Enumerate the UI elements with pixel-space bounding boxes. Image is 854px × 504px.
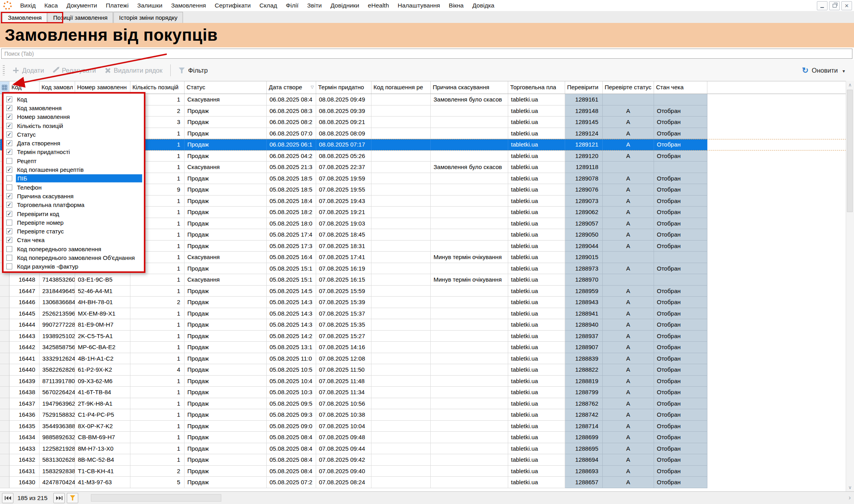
table-row[interactable]: 164367529158832C1-P4-PC-P51Продаж05.08.2…	[0, 409, 846, 421]
checkbox-unchecked-icon[interactable]	[6, 255, 12, 261]
column-chooser-item[interactable]: Код попереднього замовлення Об'єднання	[4, 253, 144, 262]
column-chooser-item[interactable]: Код погашення рецептів	[4, 165, 144, 174]
column-header-data_stvorennia[interactable]: Дата створе▽	[267, 81, 316, 94]
checkbox-checked-icon[interactable]	[6, 149, 12, 155]
table-row[interactable]: 16440358226282661-P2-9X-K24Продаж05.08.2…	[0, 364, 846, 376]
checkbox-checked-icon[interactable]	[6, 123, 12, 129]
menu-item-Налаштування[interactable]: Налаштування	[393, 2, 444, 9]
column-header-torgovelna_platforma[interactable]: Торговельна пла	[508, 81, 565, 94]
menu-item-Філії[interactable]: Філії	[281, 2, 303, 9]
column-chooser-item[interactable]: Стан чека	[4, 236, 144, 244]
checkbox-checked-icon[interactable]	[6, 167, 12, 173]
hscroll-thumb[interactable]	[91, 494, 221, 502]
menu-item-Замовлення[interactable]: Замовлення	[167, 2, 210, 9]
menu-item-Платежі[interactable]: Платежі	[102, 2, 133, 9]
table-row[interactable]: 1644613068366844H-BH-78-012Продаж05.08.2…	[0, 297, 846, 308]
table-row[interactable]: 1644133329126244B-1H-A1-C21Продаж05.08.2…	[0, 353, 846, 365]
table-row[interactable]: 16444990727722881-E9-0M-H71Продаж05.08.2…	[0, 319, 846, 331]
column-chooser-item[interactable]: Код попереднього замовлення	[4, 244, 144, 253]
checkbox-checked-icon[interactable]	[6, 211, 12, 217]
scroll-down-icon[interactable]: ∨	[846, 483, 854, 491]
minimize-button[interactable]	[817, 1, 828, 10]
table-row[interactable]: 1643535449363888X-0P-K7-K21Продаж05.08.2…	[0, 421, 846, 432]
checkbox-unchecked-icon[interactable]	[6, 263, 12, 269]
menu-item-Склад[interactable]: Склад	[255, 2, 281, 9]
checkbox-checked-icon[interactable]	[6, 228, 12, 234]
column-header-prychyna_skasuvannia[interactable]: Причина скасування	[431, 81, 508, 94]
checkbox-checked-icon[interactable]	[6, 132, 12, 137]
table-row[interactable]: 164452526213596MX-EM-89-X11Продаж05.08.2…	[0, 308, 846, 320]
vertical-scrollbar[interactable]: ∧ ∨	[846, 81, 854, 491]
table-row[interactable]: 1644319389251022K-C5-T5-A11Продаж05.08.2…	[0, 331, 846, 342]
checkbox-unchecked-icon[interactable]	[6, 220, 12, 226]
checkbox-checked-icon[interactable]	[6, 193, 12, 199]
column-chooser-item[interactable]: Причина скасування	[4, 192, 144, 200]
first-record-button[interactable]	[2, 493, 13, 503]
vscroll-thumb[interactable]	[847, 90, 853, 212]
checkbox-checked-icon[interactable]	[6, 202, 12, 208]
checkbox-unchecked-icon[interactable]	[6, 175, 12, 181]
filter-button[interactable]: Фільтр	[179, 67, 208, 74]
tab-Історія зміни порядку[interactable]: Історія зміни порядку	[113, 12, 183, 23]
table-row[interactable]: 16447231844964552-46-A4-M11Продаж05.08.2…	[0, 286, 846, 297]
tab-Позиції замовлення[interactable]: Позиції замовлення	[47, 12, 113, 23]
column-chooser-item[interactable]: Перевірити код	[4, 209, 144, 218]
edit-button[interactable]: Редагувати	[53, 67, 96, 74]
table-row[interactable]: 16439871139178009-X3-62-M61Продаж05.08.2…	[0, 376, 846, 387]
menu-item-Вихід[interactable]: Вихід	[16, 2, 40, 9]
column-chooser-item[interactable]: Статус	[4, 130, 144, 139]
checkbox-checked-icon[interactable]	[6, 140, 12, 146]
table-row[interactable]: 16430424787042441-M3-97-635Продаж05.08.2…	[0, 477, 846, 488]
column-chooser-item[interactable]: Термін придатності	[4, 148, 144, 156]
table-row[interactable]: 1643312258219288M-H7-13-X01Продаж05.08.2…	[0, 443, 846, 455]
chevron-down-icon[interactable]	[841, 67, 845, 74]
restore-button[interactable]	[829, 1, 840, 10]
menu-item-Довідники[interactable]: Довідники	[326, 2, 364, 9]
menu-item-eHealth[interactable]: eHealth	[364, 2, 393, 9]
table-row[interactable]: 1643719479639622T-9K-H8-A11Продаж05.08.2…	[0, 398, 846, 410]
table-row[interactable]: 16448714385326003-E1-9C-B51Скасування05.…	[0, 274, 846, 286]
column-filter-icon[interactable]: ▽	[309, 81, 314, 94]
column-header-stan_cheka[interactable]: Стан чека	[654, 81, 707, 94]
menu-item-Довідка[interactable]: Довідка	[468, 2, 499, 9]
table-row[interactable]: 164349885892632CB-BM-69-H71Продаж05.08.2…	[0, 432, 846, 443]
column-chooser-item[interactable]: Дата створення	[4, 139, 144, 147]
checkbox-checked-icon[interactable]	[6, 105, 12, 111]
menu-item-Вікна[interactable]: Вікна	[444, 2, 468, 9]
menu-item-Каса[interactable]: Каса	[40, 2, 62, 9]
menu-item-Звіти[interactable]: Звіти	[303, 2, 326, 9]
add-button[interactable]: Додати	[13, 67, 44, 74]
column-chooser-item[interactable]: Кількість позицій	[4, 121, 144, 130]
column-chooser-item[interactable]: Перевірте статус	[4, 227, 144, 235]
column-chooser-item[interactable]: Код замовлення	[4, 103, 144, 112]
column-chooser-item[interactable]: Коди рахунків -фактур	[4, 262, 144, 271]
toolbar-grip[interactable]	[3, 65, 5, 75]
scroll-up-icon[interactable]: ∧	[846, 81, 854, 89]
checkbox-unchecked-icon[interactable]	[6, 158, 12, 164]
column-chooser-item[interactable]: Торговельна платформа	[4, 201, 144, 209]
table-row[interactable]: 164423425858756MP-6C-BA-E21Продаж05.08.2…	[0, 342, 846, 353]
filter-toggle-button[interactable]	[67, 493, 78, 503]
column-header-pervirte_status[interactable]: Перевірте статус	[603, 81, 654, 94]
close-button[interactable]	[841, 1, 852, 10]
checkbox-unchecked-icon[interactable]	[6, 246, 12, 252]
search-input[interactable]	[1, 49, 852, 59]
delete-row-button[interactable]: Видалити рядок	[105, 67, 162, 74]
column-chooser-item[interactable]: Телефон	[4, 183, 144, 192]
table-row[interactable]: 164311583292838T1-CB-KH-412Продаж05.08.2…	[0, 466, 846, 477]
column-chooser-item[interactable]: Рецепт	[4, 156, 144, 165]
menu-item-Документи[interactable]: Документи	[62, 2, 101, 9]
column-chooser-item[interactable]: Номер замовлення	[4, 113, 144, 121]
column-chooser-item[interactable]: ПІБ	[4, 174, 144, 183]
table-row[interactable]: 16438567022642441-6T-TB-841Продаж05.08.2…	[0, 387, 846, 398]
column-header-kod_pogashennia[interactable]: Код погашення ре	[371, 81, 431, 94]
column-header-pereviryty[interactable]: Перевірити	[565, 81, 603, 94]
column-header-status[interactable]: Статус	[185, 81, 267, 94]
menu-item-Залишки[interactable]: Залишки	[133, 2, 167, 9]
checkbox-unchecked-icon[interactable]	[6, 184, 12, 190]
menu-item-Сертифікати[interactable]: Сертифікати	[210, 2, 255, 9]
checkbox-checked-icon[interactable]	[6, 96, 12, 102]
refresh-button[interactable]: Оновити	[802, 60, 845, 81]
hscroll-right-icon[interactable]: ›	[848, 493, 851, 502]
checkbox-checked-icon[interactable]	[6, 114, 12, 120]
